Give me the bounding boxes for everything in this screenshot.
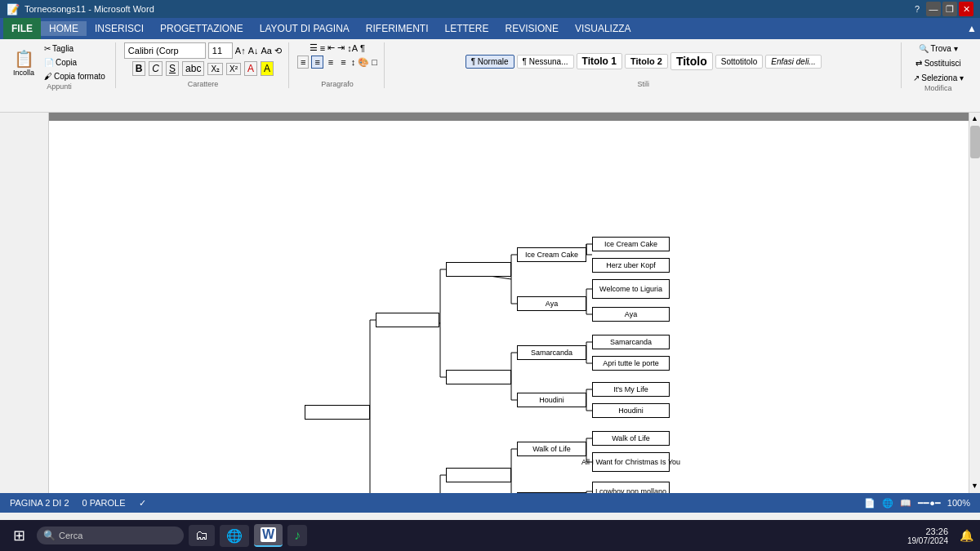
- r4-5-box: Samarcanda: [592, 335, 670, 349]
- modifica-label: Modifica: [924, 84, 952, 92]
- font-name-box[interactable]: Calibri (Corp: [124, 42, 206, 59]
- zoom-level: 100%: [947, 498, 970, 508]
- font-size-box[interactable]: 11: [208, 42, 233, 59]
- search-placeholder: Cerca: [59, 531, 82, 540]
- chrome-button[interactable]: 🌐: [220, 525, 249, 547]
- r4-8-box: Houdini: [592, 403, 670, 418]
- style-enfasi[interactable]: Enfasi deli...: [765, 55, 821, 69]
- align-center-icon[interactable]: ≡: [311, 56, 323, 69]
- inserisci-menu[interactable]: INSERISCI: [87, 21, 152, 36]
- r3-5-box: Walk of Life: [517, 442, 586, 456]
- scroll-down-arrow[interactable]: ▼: [969, 480, 980, 491]
- r2b-1-box: [446, 262, 511, 277]
- home-menu[interactable]: HOME: [41, 21, 87, 36]
- trova-button[interactable]: 🔍 Trova ▾: [915, 42, 961, 55]
- taglia-button[interactable]: ✂ Taglia: [41, 42, 109, 55]
- clock-date: 19/07/2024: [907, 536, 948, 545]
- riferimenti-menu[interactable]: RIFERIMENTI: [358, 21, 437, 36]
- font-shrink-icon[interactable]: A↓: [248, 46, 259, 56]
- word-app-icon: W: [261, 527, 276, 542]
- zoom-slider[interactable]: ━━●━: [918, 498, 941, 509]
- indent-decrease-icon[interactable]: ⇤: [327, 42, 335, 53]
- lettere-menu[interactable]: LETTERE: [437, 21, 497, 36]
- subscript-button[interactable]: X₂: [207, 63, 223, 75]
- style-titolo2[interactable]: Titolo 2: [625, 54, 668, 69]
- show-marks-icon[interactable]: ¶: [360, 43, 365, 53]
- revisione-menu[interactable]: REVISIONE: [497, 21, 567, 36]
- modifica-group: 🔍 Trova ▾ ⇄ Sostituisci ↗ Seleziona ▾ Mo…: [906, 42, 973, 88]
- line-spacing-icon[interactable]: ↕: [351, 57, 356, 67]
- italic-button[interactable]: C: [149, 61, 163, 76]
- appunti-group: 📋 Incolla ✂ Taglia 📄 Copia 🖌 Copia forma…: [7, 42, 116, 88]
- stili-label: Stili: [637, 80, 649, 88]
- align-left-icon[interactable]: ≡: [297, 56, 309, 69]
- appunti-label: Appunti: [47, 82, 72, 91]
- vertical-scrollbar[interactable]: ▲ ▼: [969, 113, 980, 493]
- underline-button[interactable]: S: [166, 61, 179, 76]
- shading-icon[interactable]: 🎨: [358, 57, 369, 68]
- style-titolo[interactable]: Titolo: [670, 52, 713, 70]
- minimize-button[interactable]: —: [926, 2, 941, 16]
- file-menu[interactable]: FILE: [3, 18, 41, 39]
- r4-9-box: Walk of Life: [592, 431, 670, 446]
- scroll-thumb[interactable]: [970, 126, 980, 158]
- clock-time: 23:26: [925, 527, 948, 536]
- notification-icon[interactable]: 🔔: [960, 529, 973, 542]
- style-normale[interactable]: ¶ Normale: [466, 55, 514, 69]
- style-titolo1[interactable]: Titolo 1: [577, 53, 622, 69]
- chrome-icon: 🌐: [226, 528, 243, 544]
- search-bar[interactable]: 🔍 Cerca: [37, 527, 184, 544]
- copia-formato-button[interactable]: 🖌 Copia formato: [41, 70, 109, 82]
- copia-button[interactable]: 📄 Copia: [41, 56, 109, 69]
- highlight-button[interactable]: A: [261, 61, 274, 76]
- layout-menu[interactable]: LAYOUT DI PAGINA: [252, 21, 358, 36]
- system-clock[interactable]: 23:26 19/07/2024: [907, 527, 948, 545]
- scroll-up-arrow[interactable]: ▲: [969, 113, 980, 124]
- align-justify-icon[interactable]: ≡: [338, 56, 348, 68]
- restore-button[interactable]: ❐: [942, 2, 957, 16]
- r2b-3-box: [446, 468, 511, 482]
- r4-7-box: It's My Life: [592, 382, 670, 397]
- read-view-icon[interactable]: 📖: [900, 498, 911, 509]
- spotify-button[interactable]: ♪: [287, 525, 307, 546]
- indent-increase-icon[interactable]: ⇥: [337, 42, 345, 53]
- r3-3-box: Samarcanda: [517, 345, 586, 360]
- word-icon: 📝: [7, 3, 20, 16]
- file-explorer-button[interactable]: 🗂: [189, 525, 215, 546]
- doc-view-icon[interactable]: 📄: [864, 498, 875, 509]
- strikethrough-button[interactable]: abc: [182, 61, 204, 76]
- style-nessuna[interactable]: ¶ Nessuna...: [517, 55, 574, 69]
- document-page[interactable]: Ice Cream Cake Herz uber Kopf Welcome to…: [49, 121, 980, 493]
- visualizza-menu[interactable]: VISUALIZZA: [567, 21, 639, 36]
- case-icon[interactable]: Aa: [261, 46, 272, 56]
- close-button[interactable]: ✕: [959, 2, 973, 16]
- superscript-button[interactable]: X²: [226, 63, 241, 75]
- sostituisci-button[interactable]: ⇄ Sostituisci: [912, 57, 964, 69]
- paragrafo-group: ☰ ≡ ⇤ ⇥ ↕A ¶ ≡ ≡ ≡ ≡ ↕ 🎨 □ Paragrafo: [294, 42, 385, 88]
- help-icon[interactable]: ?: [910, 2, 924, 16]
- border-icon[interactable]: □: [372, 57, 377, 67]
- clear-format-icon[interactable]: ⟲: [274, 46, 282, 56]
- word-button[interactable]: W: [254, 524, 283, 547]
- r1-1-box: [305, 405, 370, 420]
- left-margin: [0, 113, 49, 493]
- window-controls[interactable]: ? — ❐ ✕: [910, 2, 973, 16]
- progettazione-menu[interactable]: PROGETTAZIONE: [152, 21, 252, 36]
- r3-4-box: Houdini: [517, 393, 586, 407]
- font-color-button[interactable]: A: [244, 61, 257, 76]
- bullet-list-icon[interactable]: ☰: [310, 42, 318, 53]
- carattere-group: Calibri (Corp 11 A↑ A↓ Aa ⟲ B C S abc X₂…: [121, 42, 289, 88]
- bold-button[interactable]: B: [132, 61, 146, 76]
- sort-icon[interactable]: ↕A: [347, 43, 358, 53]
- style-sottotitolo[interactable]: Sottotitolo: [715, 55, 763, 69]
- number-list-icon[interactable]: ≡: [320, 43, 325, 53]
- seleziona-button[interactable]: ↗ Seleziona ▾: [910, 72, 967, 84]
- web-view-icon[interactable]: 🌐: [882, 498, 893, 509]
- paragrafo-label: Paragrafo: [321, 80, 354, 88]
- start-button[interactable]: ⊞: [7, 523, 32, 548]
- proofread-icon[interactable]: ✓: [139, 498, 146, 509]
- ribbon-collapse-icon[interactable]: ▲: [967, 23, 977, 34]
- align-right-icon[interactable]: ≡: [326, 56, 336, 68]
- font-grow-icon[interactable]: A↑: [235, 46, 246, 56]
- incolla-button[interactable]: 📋 Incolla: [10, 47, 38, 78]
